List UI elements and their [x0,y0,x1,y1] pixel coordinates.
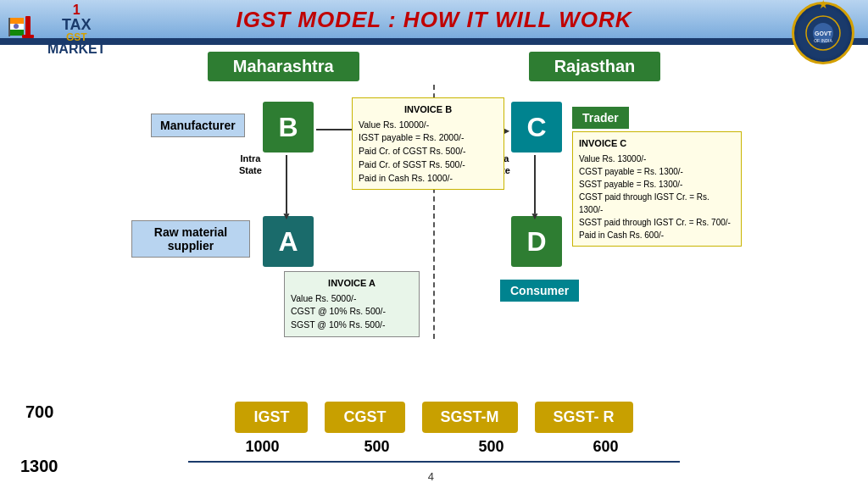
svg-rect-2 [8,30,24,36]
svg-text:OF INDIA: OF INDIA [814,38,832,43]
emblem-star: ★ [818,0,829,11]
intra-state-left: Intra State [239,152,262,177]
badge-sgstm: SGST-M [422,402,518,433]
svg-text:GOVT: GOVT [815,30,832,36]
invoice-c-line3: SGST payable = Rs. 1300/- [579,178,735,191]
arrow-c-to-d [534,155,536,214]
emblem: ★ GOVT OF INDIA [792,2,854,64]
logo-right: ★ GOVT OF INDIA [792,2,860,69]
invoice-c-line6: Paid in Cash Rs. 600/- [579,229,735,241]
state-rajasthan: Rajasthan [529,52,661,81]
invoice-c-title: INVOICE C [579,136,735,151]
bottom-badges: IGST CGST SGST-M SGST- R [0,402,868,433]
bottom-values: 1000 500 500 600 [0,438,868,456]
invoice-b-line5: Paid in Cash Rs. 1000/- [359,172,498,186]
invoice-a-line1: Value Rs. 5000/- [291,292,413,306]
entity-b: B [263,102,314,152]
invoice-b-line2: IGST payable = Rs. 2000/- [359,131,498,145]
invoice-b-line3: Paid Cr. of CGST Rs. 500/- [359,145,498,158]
invoice-b-title: INVOICE B [359,103,498,117]
header: 1 TAX GST MARKET IGST MODEL : HOW IT WIL… [0,0,868,38]
invoice-b-line1: Value Rs. 10000/- [359,119,498,132]
bottom-line-1 [188,461,680,463]
page-title: IGST MODEL : HOW IT WILL WORK [236,7,632,32]
state-headers: Maharashtra Rajasthan [0,52,868,81]
entity-d: D [511,216,562,267]
invoice-b-line4: Paid Cr. of SGST Rs. 500/- [359,158,498,172]
consumer-label: Consumer [500,280,579,302]
badge-cgst: CGST [325,402,404,433]
value-sgstr: 600 [572,438,640,456]
invoice-a-title: INVOICE A [291,276,413,291]
value-cgst: 500 [343,438,411,456]
emblem-svg: GOVT OF INDIA [802,12,844,54]
raw-supplier-label: Raw material supplier [131,220,250,258]
entity-c: C [511,102,562,152]
value-sgstm: 500 [458,438,526,456]
arrow-b-to-a [286,155,287,214]
invoice-c-line2: CGST payable = Rs. 1300/- [579,165,735,178]
entity-a: A [263,216,314,267]
left-number-700: 700 [25,402,53,422]
state-maharashtra: Maharashtra [208,52,359,81]
svg-rect-6 [22,35,34,38]
svg-point-3 [14,24,19,29]
value-igst: 1000 [229,438,297,456]
logo-text-block: 1 TAX GST MARKET [47,3,105,56]
invoice-c: INVOICE C Value Rs. 13000/- CGST payable… [572,131,742,247]
svg-rect-4 [8,18,10,36]
main-area: Inter State Manufacturer Raw material su… [0,85,868,339]
bottom-section: IGST CGST SGST-M SGST- R 1000 500 500 60… [0,402,868,463]
flag-icon [7,11,44,48]
invoice-a-line3: SGST @ 10% Rs. 500/- [291,319,413,332]
logo-line4: MARKET [47,42,105,56]
invoice-c-line1: Value Rs. 13000/- [579,152,735,165]
bottom-lines [0,461,868,463]
invoice-b: INVOICE B Value Rs. 10000/- IGST payable… [352,97,504,190]
manufacturer-label: Manufacturer [151,114,245,137]
badge-igst: IGST [235,402,308,433]
page-number: 4 [428,470,434,483]
invoice-a: INVOICE A Value Rs. 5000/- CGST @ 10% Rs… [284,271,420,337]
logo-line2: TAX [47,17,105,32]
trader-label: Trader [572,107,629,129]
left-number-1300: 1300 [20,457,58,476]
blue-band [0,38,868,45]
svg-rect-0 [8,18,24,24]
invoice-c-line4: CGST paid through IGST Cr. = Rs. 1300/- [579,191,735,216]
invoice-c-line5: SGST paid through IGST Cr. = Rs. 700/- [579,216,735,229]
invoice-a-line2: CGST @ 10% Rs. 500/- [291,305,413,319]
badge-sgstr: SGST- R [535,402,633,433]
logo-left: 1 TAX GST MARKET [7,3,105,56]
logo-line1: 1 [47,3,105,17]
